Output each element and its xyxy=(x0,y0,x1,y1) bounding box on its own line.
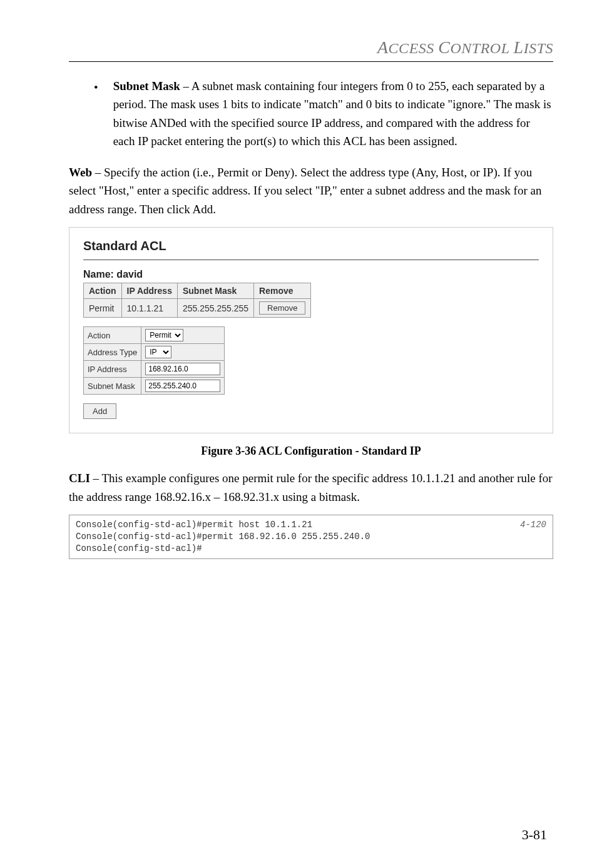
bullet-icon: • xyxy=(94,78,98,151)
form-label-addr-type: Address Type xyxy=(84,344,141,361)
th-action: Action xyxy=(84,283,122,299)
form-control-addr-type: IP xyxy=(141,344,225,361)
figure-divider xyxy=(83,260,539,260)
th-remove: Remove xyxy=(254,283,311,299)
bullet-label: Subnet Mask xyxy=(113,79,180,93)
ip-address-input[interactable] xyxy=(145,363,220,375)
form-label-mask: Subnet Mask xyxy=(84,378,141,395)
form-row-mask: Subnet Mask xyxy=(84,378,225,395)
code-line-3: Console(config-std-acl)# xyxy=(76,543,202,553)
remove-button[interactable]: Remove xyxy=(259,301,305,315)
cli-code-block: 4-120Console(config-std-acl)#permit host… xyxy=(69,515,553,559)
td-ip: 10.1.1.21 xyxy=(121,299,177,318)
bullet-item-subnet-mask: • Subnet Mask – A subnet mask containing… xyxy=(94,77,553,151)
form-control-mask xyxy=(141,378,225,395)
page-header: ACCESS CONTROL LISTS xyxy=(69,38,553,58)
figure-name-label: Name: david xyxy=(83,269,539,280)
th-ip: IP Address xyxy=(121,283,177,299)
bullet-text: Subnet Mask – A subnet mask containing f… xyxy=(113,77,553,151)
code-ref: 4-120 xyxy=(520,519,546,531)
address-type-select[interactable]: IP xyxy=(145,346,171,358)
table-row: Permit 10.1.1.21 255.255.255.255 Remove xyxy=(84,299,311,318)
form-label-action: Action xyxy=(84,327,141,344)
figure-title: Standard ACL xyxy=(83,239,539,253)
web-label: Web xyxy=(69,166,92,179)
cli-paragraph: CLI – This example configures one permit… xyxy=(69,469,553,506)
web-text: – Specify the action (i.e., Permit or De… xyxy=(69,166,541,216)
form-row-addr-type: Address Type IP xyxy=(84,344,225,361)
form-row-ip: IP Address xyxy=(84,361,225,378)
page-number: 3-81 xyxy=(522,827,547,843)
form-row-action: Action Permit xyxy=(84,327,225,344)
header-divider xyxy=(69,61,553,62)
td-remove: Remove xyxy=(254,299,311,318)
subnet-mask-input[interactable] xyxy=(145,380,220,392)
acl-table: Action IP Address Subnet Mask Remove Per… xyxy=(83,283,311,318)
td-action: Permit xyxy=(84,299,122,318)
code-line-2: Console(config-std-acl)#permit 168.92.16… xyxy=(76,532,370,542)
add-button[interactable]: Add xyxy=(83,403,116,419)
table-header-row: Action IP Address Subnet Mask Remove xyxy=(84,283,311,299)
web-paragraph: Web – Specify the action (i.e., Permit o… xyxy=(69,163,553,218)
figure-caption: Figure 3-36 ACL Configuration - Standard… xyxy=(69,445,553,458)
code-line-1: Console(config-std-acl)#permit host 10.1… xyxy=(76,520,312,530)
form-label-ip: IP Address xyxy=(84,361,141,378)
cli-text: – This example configures one permit rul… xyxy=(69,472,553,503)
th-mask: Subnet Mask xyxy=(177,283,253,299)
acl-form: Action Permit Address Type IP IP Address… xyxy=(83,326,225,395)
form-control-ip xyxy=(141,361,225,378)
action-select[interactable]: Permit xyxy=(145,329,183,341)
cli-label: CLI xyxy=(69,472,90,485)
figure-standard-acl: Standard ACL Name: david Action IP Addre… xyxy=(69,227,553,433)
form-control-action: Permit xyxy=(141,327,225,344)
td-mask: 255.255.255.255 xyxy=(177,299,253,318)
